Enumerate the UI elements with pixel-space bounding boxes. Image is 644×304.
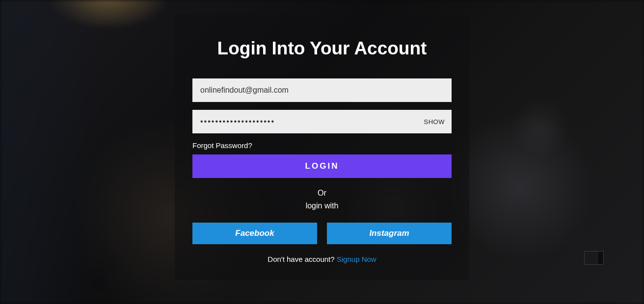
show-password-toggle[interactable]: SHOW [424,118,445,126]
facebook-login-button[interactable]: Facebook [192,223,317,244]
signup-row: Don't have account? Signup Now [192,255,452,263]
forgot-password-link[interactable]: Forgot Password? [192,141,452,150]
instagram-login-button[interactable]: Instagram [327,223,452,244]
login-card: Login Into Your Account SHOW Forgot Pass… [175,15,469,280]
signup-link[interactable]: Signup Now [337,255,376,263]
corner-widget-dark [585,252,598,264]
login-button[interactable]: LOGIN [192,154,452,178]
corner-widget-blue [598,252,603,264]
or-label: Or [192,187,452,200]
or-divider: Or login with [192,187,452,212]
signup-prompt: Don't have account? [268,255,336,263]
password-wrapper: SHOW [192,110,452,133]
login-with-label: login with [192,200,452,212]
login-title: Login Into Your Account [192,38,452,59]
email-input[interactable] [192,78,452,102]
password-input[interactable] [192,110,452,133]
corner-widget[interactable] [584,251,604,265]
social-buttons-row: Facebook Instagram [192,223,452,244]
